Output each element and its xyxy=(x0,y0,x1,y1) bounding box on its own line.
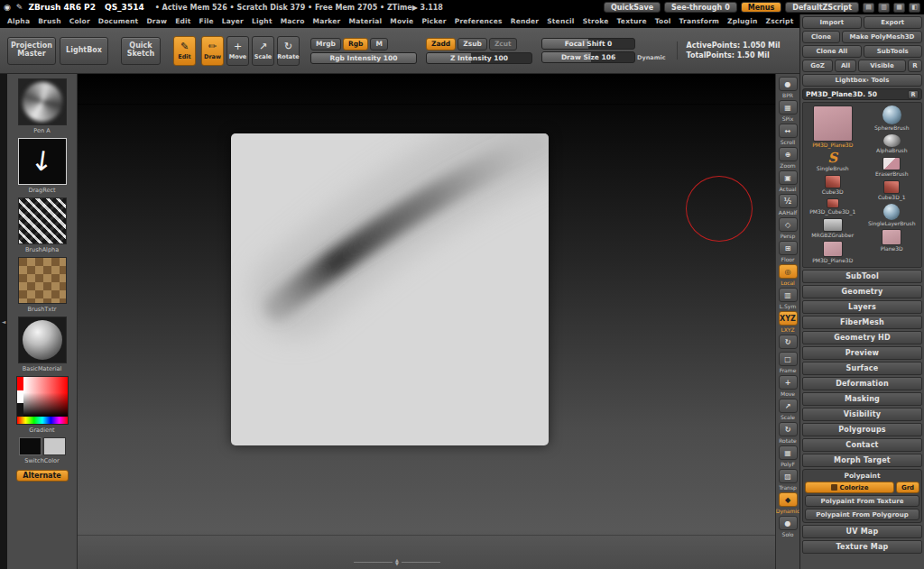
tool-section-button[interactable]: UV Map xyxy=(802,525,922,538)
shelf-icon[interactable]: + xyxy=(779,375,798,390)
menu-item[interactable]: Edit xyxy=(175,17,190,25)
zsub-button[interactable]: Zsub xyxy=(457,38,487,50)
menu-item[interactable]: Document xyxy=(98,17,139,25)
shelf-icon[interactable]: ◇ xyxy=(779,217,798,232)
tool-thumb[interactable]: Plane3D xyxy=(881,229,903,252)
rotate-mode-button[interactable]: ↻ Rotate xyxy=(277,36,300,66)
color-picker[interactable]: Gradient xyxy=(16,376,69,434)
shelf-icon[interactable]: ½ xyxy=(779,194,798,208)
menu-item[interactable]: Texture xyxy=(617,17,647,25)
tool-section-button[interactable]: Preview xyxy=(802,346,922,360)
tool-section-button[interactable]: Geometry HD xyxy=(802,331,922,344)
quicksave-button[interactable]: QuickSave xyxy=(604,2,661,13)
secondary-color-swatch[interactable] xyxy=(43,437,66,455)
menu-item[interactable]: Picker xyxy=(421,17,446,25)
palette-icon[interactable]: ▦ xyxy=(893,3,905,13)
shelf-icon[interactable]: XYZ xyxy=(779,311,798,326)
tool-section-button[interactable]: Surface xyxy=(802,362,922,375)
shelf-icon[interactable]: ⊕ xyxy=(779,147,798,161)
goz-all-button[interactable]: All xyxy=(835,60,856,72)
rgb-intensity-slider[interactable]: Rgb Intensity 100 xyxy=(310,52,417,64)
menu-item[interactable]: Macro xyxy=(281,17,305,25)
tool-section-button[interactable]: FiberMesh xyxy=(802,316,922,329)
stroke-thumbnail[interactable]: ↓ xyxy=(18,138,67,185)
tool-r-button[interactable]: R xyxy=(908,90,919,99)
shelf-item[interactable]: □ Frame xyxy=(779,352,798,373)
clone-button[interactable]: Clone xyxy=(802,31,840,43)
saturation-value-square[interactable] xyxy=(23,377,68,417)
shelf-item[interactable]: ↻ Rotate xyxy=(779,422,798,444)
shelf-icon[interactable]: ↻ xyxy=(779,335,798,349)
document-canvas[interactable] xyxy=(231,133,549,445)
m-button[interactable]: M xyxy=(370,38,387,50)
polypaint-from-texture-button[interactable]: Polypaint From Texture xyxy=(805,495,919,507)
tool-section-button[interactable]: Morph Target xyxy=(802,454,922,467)
menu-item[interactable]: Stencil xyxy=(547,17,574,25)
tool-thumb[interactable]: SphereBrush xyxy=(874,106,909,132)
quick-sketch-button[interactable]: Quick Sketch xyxy=(121,37,161,65)
tool-section-button[interactable]: Layers xyxy=(802,300,922,314)
texture-selector[interactable]: BrushTxtr xyxy=(18,257,67,313)
menu-item[interactable]: Tool xyxy=(655,17,671,25)
shelf-item[interactable]: ● Solo xyxy=(779,516,798,537)
menu-item[interactable]: Zscript xyxy=(766,17,794,25)
export-button[interactable]: Export xyxy=(864,16,923,29)
material-selector[interactable]: BasicMaterial xyxy=(18,317,67,372)
shelf-item[interactable]: ½ AAHalf xyxy=(779,194,798,216)
brush-selector[interactable]: Pen A xyxy=(18,78,67,134)
menu-item[interactable]: Draw xyxy=(146,17,167,25)
mrgb-button[interactable]: Mrgb xyxy=(310,38,341,50)
shelf-item[interactable]: ◎ Local xyxy=(779,264,798,286)
menu-item[interactable]: Color xyxy=(69,17,90,25)
current-tool-header[interactable]: PM3D_Plane3D. 50 R xyxy=(802,88,922,100)
shelf-item[interactable]: ▦ PolyF xyxy=(779,445,798,467)
menu-item[interactable]: Brush xyxy=(38,17,61,25)
tray-toggle-arrows[interactable]: ▲ ▼ xyxy=(395,558,399,565)
shelf-icon[interactable]: ▣ xyxy=(779,170,798,185)
shelf-item[interactable]: ↻ xyxy=(779,335,798,350)
rgb-button[interactable]: Rgb xyxy=(343,38,369,50)
menu-item[interactable]: Zplugin xyxy=(727,17,757,25)
shelf-icon[interactable]: □ xyxy=(779,352,798,366)
zadd-button[interactable]: Zadd xyxy=(426,38,456,50)
shelf-item[interactable]: ◇ Persp xyxy=(779,217,798,239)
tool-section-button[interactable]: Texture Map xyxy=(802,540,922,554)
canvas-tray-toggle[interactable]: ▲ ▼ xyxy=(354,558,440,565)
move-mode-button[interactable]: + Move xyxy=(226,36,249,66)
shelf-icon[interactable]: ● xyxy=(779,77,798,91)
tool-thumb[interactable]: MRGBZGrabber xyxy=(811,218,854,239)
shelf-item[interactable]: ↗ Scale xyxy=(779,399,798,420)
shelf-item[interactable]: + Move xyxy=(779,375,798,397)
lightbox-tools-button[interactable]: Lightbox› Tools xyxy=(802,74,922,87)
shelf-item[interactable]: ◆ Dynamic xyxy=(776,492,799,514)
tool-thumb[interactable]: SingleLayerBrush xyxy=(868,204,916,227)
menu-item[interactable]: Render xyxy=(511,17,540,25)
shelf-item[interactable]: ▥ L.Sym xyxy=(779,288,798,309)
layout-icon[interactable]: ▤ xyxy=(863,3,874,13)
goz-visible-button[interactable]: Visible xyxy=(858,60,906,72)
focal-shift-slider[interactable]: Focal Shift 0 xyxy=(541,38,635,50)
texture-thumbnail[interactable] xyxy=(18,257,67,304)
goz-button[interactable]: GoZ xyxy=(802,60,833,72)
zcut-button[interactable]: Zcut xyxy=(489,38,517,50)
subtools-button[interactable]: SubTools xyxy=(864,45,923,58)
menus-button[interactable]: Menus xyxy=(741,2,782,13)
alpha-selector[interactable]: BrushAlpha xyxy=(18,197,67,253)
left-tray-divider[interactable]: ◄ xyxy=(0,74,7,569)
shelf-icon[interactable]: ◎ xyxy=(779,264,798,279)
polypaint-header[interactable]: Polypaint xyxy=(805,472,919,480)
tool-thumb[interactable]: Cube3D_1 xyxy=(878,180,906,201)
menu-item[interactable]: Transform xyxy=(679,17,720,25)
main-color-swatch[interactable] xyxy=(19,437,42,455)
shelf-icon[interactable]: ▨ xyxy=(779,469,798,483)
make-polymesh3d-button[interactable]: Make PolyMesh3D xyxy=(842,31,922,43)
scale-mode-button[interactable]: ↗ Scale xyxy=(252,36,274,66)
menu-item[interactable]: File xyxy=(199,17,214,25)
tool-thumb[interactable]: S SingleBrush xyxy=(817,151,849,172)
tool-section-button[interactable]: Visibility xyxy=(802,408,922,421)
tool-section-button[interactable]: Geometry xyxy=(802,285,922,298)
color-picker-widget[interactable] xyxy=(16,376,69,425)
menu-item[interactable]: Movie xyxy=(390,17,413,25)
color-swatches[interactable] xyxy=(17,377,23,417)
tool-section-button[interactable]: SubTool xyxy=(802,270,922,283)
